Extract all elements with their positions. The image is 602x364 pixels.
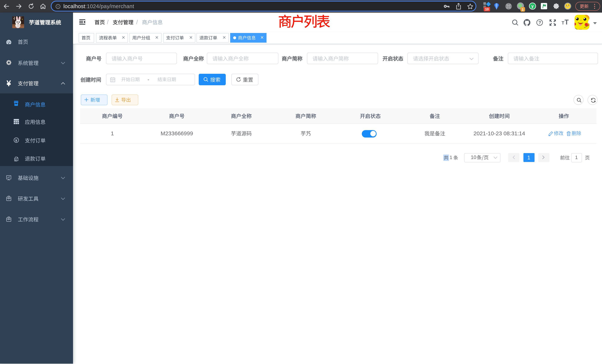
svg-text:1: 1	[522, 8, 524, 11]
svg-text:y: y	[531, 4, 534, 9]
svg-text:10: 10	[485, 7, 489, 11]
